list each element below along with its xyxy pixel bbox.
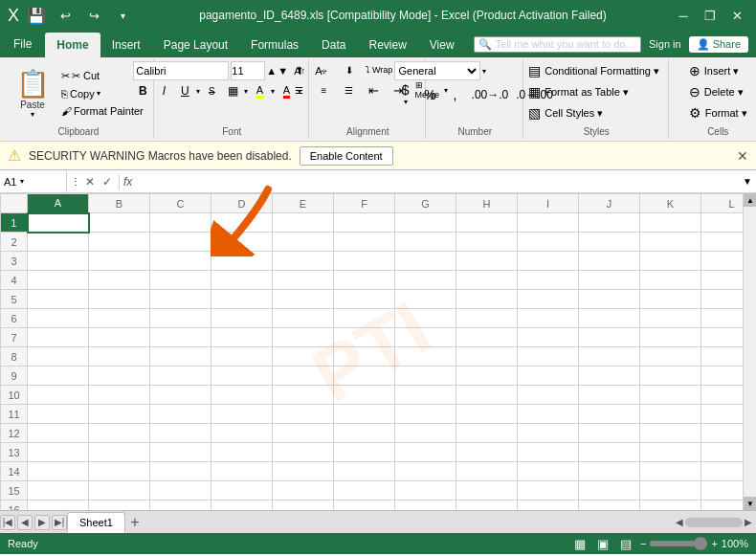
h-scroll-controls[interactable]: ◀ ▶ [676, 517, 756, 527]
align-center-btn[interactable]: ≡ [313, 84, 336, 97]
currency-btn[interactable]: $ ▾ [394, 81, 417, 107]
redo-btn[interactable]: ↪ [82, 4, 105, 27]
percent-btn[interactable]: % [419, 86, 442, 103]
cell-F3[interactable] [334, 252, 395, 271]
cell-C3[interactable] [150, 252, 211, 271]
delete-btn[interactable]: ⊖ Delete ▾ [685, 82, 751, 101]
cell-A5[interactable] [28, 290, 89, 309]
cell-L14[interactable] [701, 462, 744, 481]
cell-C16[interactable] [150, 500, 211, 511]
cell-D2[interactable] [211, 233, 273, 252]
cell-H7[interactable] [456, 328, 518, 347]
cell-C12[interactable] [150, 424, 211, 443]
cell-G1[interactable] [395, 213, 456, 233]
row-header-5[interactable]: 5 [1, 290, 28, 309]
cell-H5[interactable] [456, 290, 518, 309]
cell-K1[interactable] [640, 213, 701, 233]
cell-K16[interactable] [640, 500, 701, 511]
sheet-container[interactable]: PTI [0, 193, 743, 510]
bold-btn[interactable]: B [133, 81, 152, 100]
cell-H10[interactable] [456, 386, 518, 405]
add-sheet-btn[interactable]: + [125, 513, 145, 532]
normal-view-btn[interactable]: ▦ [571, 535, 589, 552]
page-layout-view-btn[interactable]: ▣ [594, 535, 611, 552]
cell-D3[interactable] [211, 252, 273, 271]
cell-reference-box[interactable]: A1 ▾ [0, 170, 67, 192]
cell-J1[interactable] [579, 213, 640, 233]
cell-A14[interactable] [28, 462, 89, 481]
cell-D9[interactable] [211, 367, 273, 386]
cell-G7[interactable] [395, 328, 456, 347]
cell-D8[interactable] [211, 347, 273, 367]
cell-G13[interactable] [395, 443, 456, 462]
cell-F14[interactable] [334, 462, 395, 481]
cell-G8[interactable] [395, 347, 456, 367]
scroll-down-btn[interactable]: ▼ [744, 497, 756, 510]
cell-E9[interactable] [273, 367, 334, 386]
row-header-13[interactable]: 13 [1, 443, 28, 462]
col-header-C[interactable]: C [150, 194, 211, 213]
cell-L13[interactable] [701, 443, 744, 462]
cell-C5[interactable] [150, 290, 211, 309]
cell-D7[interactable] [211, 328, 273, 347]
tab-page-layout[interactable]: Page Layout [152, 33, 239, 57]
cell-C7[interactable] [150, 328, 211, 347]
cell-A8[interactable] [28, 347, 89, 367]
cell-C6[interactable] [150, 309, 211, 328]
corner-header[interactable] [1, 194, 28, 213]
cell-B16[interactable] [89, 500, 150, 511]
row-header-4[interactable]: 4 [1, 271, 28, 290]
formula-expand-icon[interactable]: ⋮ [71, 176, 80, 187]
cell-I6[interactable] [518, 309, 579, 328]
cell-K11[interactable] [640, 405, 701, 424]
cell-H3[interactable] [456, 252, 518, 271]
cell-D1[interactable] [211, 213, 273, 233]
cell-F9[interactable] [334, 367, 395, 386]
cell-E15[interactable] [273, 481, 334, 500]
cell-B5[interactable] [89, 290, 150, 309]
align-left-btn[interactable]: ☰ [288, 84, 311, 97]
cell-B4[interactable] [89, 271, 150, 290]
cell-J16[interactable] [579, 500, 640, 511]
cell-A7[interactable] [28, 328, 89, 347]
cell-D15[interactable] [211, 481, 273, 500]
cell-F7[interactable] [334, 328, 395, 347]
sheet-last-btn[interactable]: ▶| [52, 515, 67, 530]
cell-E3[interactable] [273, 252, 334, 271]
cell-I13[interactable] [518, 443, 579, 462]
row-header-6[interactable]: 6 [1, 309, 28, 328]
row-header-10[interactable]: 10 [1, 386, 28, 405]
row-header-7[interactable]: 7 [1, 328, 28, 347]
scroll-up-btn[interactable]: ▲ [744, 193, 756, 207]
cell-B6[interactable] [89, 309, 150, 328]
align-middle-btn[interactable]: ↔ [313, 64, 336, 77]
zoom-thumb[interactable] [694, 537, 707, 550]
cell-H1[interactable] [456, 213, 518, 233]
cell-D5[interactable] [211, 290, 273, 309]
confirm-formula-btn[interactable]: ✓ [100, 174, 115, 189]
cell-B7[interactable] [89, 328, 150, 347]
cell-A15[interactable] [28, 481, 89, 500]
col-header-F[interactable]: F [334, 194, 395, 213]
col-header-H[interactable]: H [456, 194, 518, 213]
cell-L2[interactable] [701, 233, 744, 252]
number-format-dropdown[interactable]: General [394, 61, 480, 80]
cell-I11[interactable] [518, 405, 579, 424]
cell-I16[interactable] [518, 500, 579, 511]
cell-F12[interactable] [334, 424, 395, 443]
col-header-B[interactable]: B [89, 194, 150, 213]
cell-L9[interactable] [701, 367, 744, 386]
cell-B1[interactable] [89, 213, 150, 233]
conditional-formatting-btn[interactable]: ▤ Conditional Formatting ▾ [524, 61, 668, 80]
cell-B10[interactable] [89, 386, 150, 405]
row-header-2[interactable]: 2 [1, 233, 28, 252]
cell-C15[interactable] [150, 481, 211, 500]
cell-F2[interactable] [334, 233, 395, 252]
cell-J2[interactable] [579, 233, 640, 252]
sign-in-btn[interactable]: Sign in [649, 38, 681, 50]
cell-H12[interactable] [456, 424, 518, 443]
cell-F16[interactable] [334, 500, 395, 511]
search-box[interactable]: 🔍 Tell me what you want to do... [474, 36, 641, 53]
sheet-prev-btn[interactable]: ◀ [17, 515, 33, 530]
vertical-scrollbar[interactable]: ▲ ▼ [743, 193, 756, 510]
